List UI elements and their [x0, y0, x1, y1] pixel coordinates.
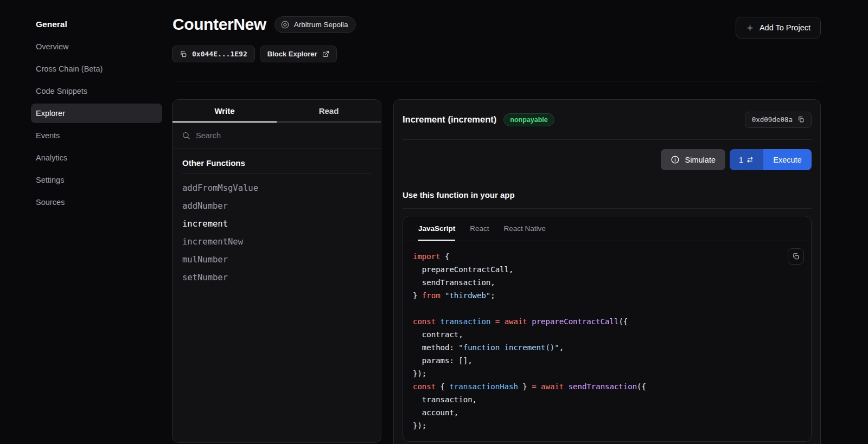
code-line: params: [], [413, 354, 801, 367]
add-to-project-button[interactable]: Add To Project [736, 17, 821, 38]
code-line: import { [413, 250, 801, 263]
block-explorer-label: Block Explorer [267, 50, 317, 58]
function-detail-panel: Increment (increment) nonpayable 0xd09de… [393, 99, 821, 444]
function-item-setnumber[interactable]: setNumber [182, 268, 371, 286]
copy-code-button[interactable] [788, 248, 804, 265]
execute-count-button[interactable]: 1 [730, 149, 763, 170]
function-title: Increment (increment) [403, 114, 496, 125]
function-detail-header: Increment (increment) nonpayable 0xd09de… [394, 100, 820, 139]
code-line: } from "thirdweb"; [413, 289, 801, 302]
tab-write[interactable]: Write [173, 100, 277, 123]
code-card: JavaScriptReactReact Native import { pre… [403, 216, 812, 442]
header-divider [173, 81, 821, 81]
function-item-mulnumber[interactable]: mulNumber [182, 250, 371, 268]
function-selector-button[interactable]: 0xd09de08a [745, 112, 812, 128]
code-line: const transaction = await prepareContrac… [413, 315, 801, 328]
code-tabs: JavaScriptReactReact Native [403, 216, 811, 241]
code-line: }); [413, 419, 801, 432]
code-line: method: "function increment()", [413, 341, 801, 354]
sidebar-item-sources[interactable]: Sources [31, 192, 162, 212]
page-header: CounterNew Arbitrum Sepolia [173, 15, 356, 34]
function-detail-body: Simulate 1 Execute Use this function in … [394, 140, 820, 442]
contract-address-label: 0x044E...1E92 [192, 50, 247, 58]
block-explorer-button[interactable]: Block Explorer [260, 46, 337, 62]
simulate-label: Simulate [685, 156, 716, 164]
add-to-project-label: Add To Project [760, 23, 810, 32]
sidebar-item-analytics[interactable]: Analytics [31, 148, 162, 168]
copy-icon [792, 253, 800, 260]
tab-read[interactable]: Read [277, 100, 381, 123]
code-line: prepareContractCall, [413, 263, 801, 276]
sidebar-section-label: General [36, 20, 67, 29]
code-line: sendTransaction, [413, 276, 801, 289]
actions-row: Simulate 1 Execute [403, 149, 812, 170]
search-row [173, 123, 381, 149]
code-area: import { prepareContractCall, sendTransa… [403, 241, 811, 441]
code-tab-javascript[interactable]: JavaScript [418, 216, 455, 241]
execute-button-group: 1 Execute [730, 149, 812, 170]
execute-count-value: 1 [739, 156, 743, 164]
copy-icon [797, 116, 805, 123]
function-selector-label: 0xd09de08a [752, 115, 793, 124]
simulate-button[interactable]: Simulate [661, 149, 725, 170]
code-line: }); [413, 367, 801, 380]
sidebar-item-events[interactable]: Events [31, 126, 162, 145]
contract-chips-row: 0x044E...1E92 Block Explorer [172, 46, 337, 62]
mutability-badge: nonpayable [503, 113, 554, 126]
swap-arrows-icon [746, 156, 754, 163]
contract-address-button[interactable]: 0x044E...1E92 [172, 46, 255, 62]
sidebar: General OverviewCross Chain (Beta)Code S… [0, 0, 172, 444]
code-line: account, [413, 406, 801, 419]
functions-group-title: Other Functions [182, 158, 371, 174]
functions-items: addFromMsgValueaddNumberincrementincreme… [182, 179, 371, 286]
sidebar-item-settings[interactable]: Settings [31, 170, 162, 190]
network-badge[interactable]: Arbitrum Sepolia [275, 16, 356, 33]
code-line: const { transactionHash } = await sendTr… [413, 380, 801, 393]
code-line: transaction, [413, 393, 801, 406]
sidebar-nav: OverviewCross Chain (Beta)Code SnippetsE… [31, 37, 162, 212]
usage-heading: Use this function in your app [403, 190, 812, 200]
code-line: contract, [413, 328, 801, 341]
function-item-increment[interactable]: increment [182, 215, 371, 233]
external-link-icon [322, 50, 329, 57]
network-badge-label: Arbitrum Sepolia [294, 21, 348, 29]
plus-icon [746, 24, 754, 32]
code-tab-react[interactable]: React [470, 216, 489, 241]
search-icon [182, 131, 190, 140]
chain-icon [280, 20, 290, 29]
execute-button[interactable]: Execute [763, 149, 812, 170]
functions-list: Other Functions addFromMsgValueaddNumber… [173, 149, 381, 295]
functions-panel: WriteRead Other Functions addFromMsgValu… [172, 99, 381, 443]
sidebar-item-cross-chain-beta[interactable]: Cross Chain (Beta) [31, 59, 162, 79]
page-title: CounterNew [173, 15, 266, 34]
function-item-incrementnew[interactable]: incrementNew [182, 233, 371, 250]
search-input[interactable] [196, 131, 372, 140]
code-tab-react-native[interactable]: React Native [504, 216, 546, 241]
sidebar-item-explorer[interactable]: Explorer [31, 104, 162, 123]
code-block: import { prepareContractCall, sendTransa… [413, 250, 801, 432]
execute-label: Execute [773, 156, 801, 164]
sidebar-item-code-snippets[interactable]: Code Snippets [31, 81, 162, 101]
sidebar-item-overview[interactable]: Overview [31, 37, 162, 56]
functions-tabs: WriteRead [173, 100, 381, 123]
copy-icon [180, 50, 187, 58]
code-line [413, 302, 801, 315]
function-item-addfrommsgvalue[interactable]: addFromMsgValue [182, 179, 371, 197]
usage-divider [403, 208, 812, 209]
function-item-addnumber[interactable]: addNumber [182, 197, 371, 215]
info-icon [671, 155, 680, 164]
